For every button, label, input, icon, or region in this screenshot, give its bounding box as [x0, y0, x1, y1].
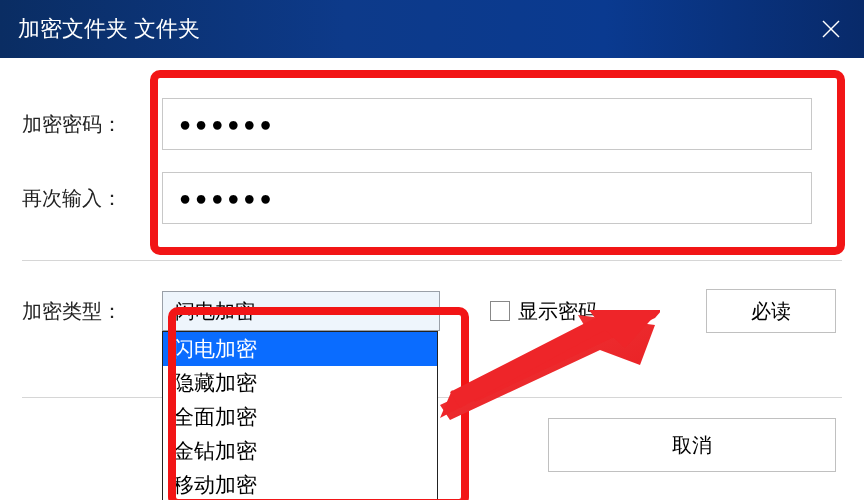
dropdown-option-4[interactable]: 移动加密: [163, 468, 437, 500]
chevron-down-icon: [413, 303, 429, 319]
type-label: 加密类型：: [22, 298, 162, 325]
type-selected-value: 闪电加密: [175, 298, 255, 325]
divider: [22, 260, 842, 261]
required-button[interactable]: 必读: [706, 289, 836, 333]
window-title: 加密文件夹 文件夹: [18, 14, 200, 44]
dropdown-option-1[interactable]: 隐藏加密: [163, 366, 437, 400]
dropdown-option-3[interactable]: 金钻加密: [163, 434, 437, 468]
confirm-input[interactable]: ●●●●●●: [162, 172, 812, 224]
show-password-label: 显示密码: [518, 298, 598, 325]
titlebar: 加密文件夹 文件夹: [0, 0, 864, 58]
type-row: 加密类型： 闪电加密 闪电加密 隐藏加密 全面加密 金钻加密 移动加密 显示密码…: [22, 289, 842, 333]
type-combo-wrap: 闪电加密 闪电加密 隐藏加密 全面加密 金钻加密 移动加密: [162, 291, 440, 331]
dropdown-option-2[interactable]: 全面加密: [163, 400, 437, 434]
dialog-body: 加密密码： ●●●●●● 再次输入： ●●●●●● 加密类型： 闪电加密 闪电加…: [0, 58, 864, 333]
confirm-row: 再次输入： ●●●●●●: [22, 172, 842, 224]
checkbox-icon: [490, 301, 510, 321]
type-dropdown: 闪电加密 隐藏加密 全面加密 金钻加密 移动加密: [162, 331, 438, 500]
password-label: 加密密码：: [22, 111, 162, 138]
dropdown-option-0[interactable]: 闪电加密: [163, 332, 437, 366]
show-password-toggle[interactable]: 显示密码: [490, 298, 598, 325]
svg-marker-4: [440, 390, 465, 418]
password-row: 加密密码： ●●●●●●: [22, 98, 842, 150]
close-button[interactable]: [816, 14, 846, 44]
confirm-label: 再次输入：: [22, 185, 162, 212]
close-icon: [819, 17, 843, 41]
password-input[interactable]: ●●●●●●: [162, 98, 812, 150]
type-combobox[interactable]: 闪电加密: [162, 291, 440, 331]
cancel-button[interactable]: 取消: [548, 418, 836, 472]
